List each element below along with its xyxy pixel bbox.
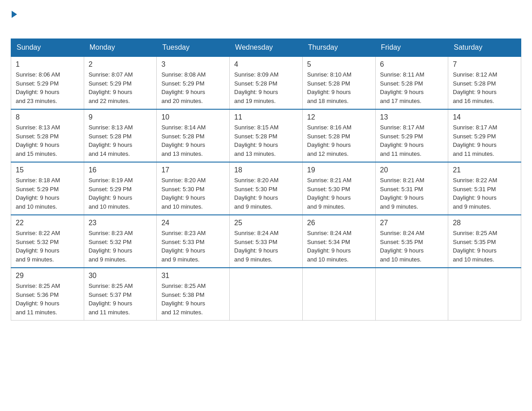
calendar-cell: 6Sunrise: 8:11 AMSunset: 5:28 PMDaylight… [375,56,448,109]
day-number: 21 [453,166,516,174]
week-row-3: 15Sunrise: 8:18 AMSunset: 5:29 PMDayligh… [11,162,521,215]
calendar-cell: 20Sunrise: 8:21 AMSunset: 5:31 PMDayligh… [375,162,448,215]
calendar-cell: 18Sunrise: 8:20 AMSunset: 5:30 PMDayligh… [230,162,303,215]
day-info: Sunrise: 8:17 AMSunset: 5:29 PMDaylight:… [453,123,516,158]
calendar-cell: 30Sunrise: 8:25 AMSunset: 5:37 PMDayligh… [84,268,157,321]
day-number: 1 [16,60,79,68]
weekday-header-thursday: Thursday [302,39,375,57]
calendar-cell: 1Sunrise: 8:06 AMSunset: 5:29 PMDaylight… [11,56,84,109]
calendar-cell [302,268,375,321]
day-info: Sunrise: 8:25 AMSunset: 5:35 PMDaylight:… [453,229,516,264]
calendar-cell: 26Sunrise: 8:24 AMSunset: 5:34 PMDayligh… [302,215,375,268]
calendar-cell: 3Sunrise: 8:08 AMSunset: 5:29 PMDaylight… [157,56,230,109]
calendar-cell: 5Sunrise: 8:10 AMSunset: 5:28 PMDaylight… [302,56,375,109]
calendar-cell: 7Sunrise: 8:12 AMSunset: 5:28 PMDaylight… [448,56,521,109]
day-info: Sunrise: 8:23 AMSunset: 5:32 PMDaylight:… [89,229,152,264]
calendar-cell: 21Sunrise: 8:22 AMSunset: 5:31 PMDayligh… [448,162,521,215]
calendar-cell: 16Sunrise: 8:19 AMSunset: 5:29 PMDayligh… [84,162,157,215]
day-info: Sunrise: 8:12 AMSunset: 5:28 PMDaylight:… [453,70,516,105]
calendar-cell: 29Sunrise: 8:25 AMSunset: 5:36 PMDayligh… [11,268,84,321]
weekday-header-friday: Friday [375,39,448,57]
day-info: Sunrise: 8:06 AMSunset: 5:29 PMDaylight:… [16,70,79,105]
day-info: Sunrise: 8:20 AMSunset: 5:30 PMDaylight:… [161,176,225,211]
logo-arrow-icon [12,11,17,18]
day-info: Sunrise: 8:19 AMSunset: 5:29 PMDaylight:… [89,176,152,211]
day-info: Sunrise: 8:10 AMSunset: 5:28 PMDaylight:… [307,70,371,105]
day-number: 2 [89,60,152,68]
calendar-table: SundayMondayTuesdayWednesdayThursdayFrid… [11,39,521,321]
calendar-cell: 9Sunrise: 8:13 AMSunset: 5:28 PMDaylight… [84,109,157,162]
day-number: 17 [161,166,225,174]
calendar-cell: 10Sunrise: 8:14 AMSunset: 5:28 PMDayligh… [157,109,230,162]
day-number: 23 [89,219,152,227]
day-info: Sunrise: 8:11 AMSunset: 5:28 PMDaylight:… [380,70,444,105]
day-number: 7 [453,60,516,68]
day-number: 20 [380,166,444,174]
day-number: 4 [234,60,298,68]
day-info: Sunrise: 8:20 AMSunset: 5:30 PMDaylight:… [234,176,298,211]
day-info: Sunrise: 8:14 AMSunset: 5:28 PMDaylight:… [161,123,225,158]
weekday-header-wednesday: Wednesday [230,39,303,57]
day-number: 13 [380,113,444,121]
calendar-cell: 23Sunrise: 8:23 AMSunset: 5:32 PMDayligh… [84,215,157,268]
calendar-cell [448,268,521,321]
day-info: Sunrise: 8:25 AMSunset: 5:37 PMDaylight:… [89,282,152,317]
day-number: 15 [16,166,79,174]
calendar-cell: 24Sunrise: 8:23 AMSunset: 5:33 PMDayligh… [157,215,230,268]
calendar-cell: 14Sunrise: 8:17 AMSunset: 5:29 PMDayligh… [448,109,521,162]
calendar-cell: 28Sunrise: 8:25 AMSunset: 5:35 PMDayligh… [448,215,521,268]
calendar-cell: 22Sunrise: 8:22 AMSunset: 5:32 PMDayligh… [11,215,84,268]
week-row-2: 8Sunrise: 8:13 AMSunset: 5:28 PMDaylight… [11,109,521,162]
day-number: 18 [234,166,298,174]
day-number: 10 [161,113,225,121]
day-number: 5 [307,60,371,68]
day-info: Sunrise: 8:07 AMSunset: 5:29 PMDaylight:… [89,70,152,105]
day-info: Sunrise: 8:15 AMSunset: 5:28 PMDaylight:… [234,123,298,158]
weekday-header-saturday: Saturday [448,39,521,57]
weekday-header-tuesday: Tuesday [157,39,230,57]
calendar-cell: 15Sunrise: 8:18 AMSunset: 5:29 PMDayligh… [11,162,84,215]
day-number: 28 [453,219,516,227]
page-header [11,11,521,30]
calendar-cell: 17Sunrise: 8:20 AMSunset: 5:30 PMDayligh… [157,162,230,215]
weekday-header-row: SundayMondayTuesdayWednesdayThursdayFrid… [11,39,521,57]
day-number: 26 [307,219,371,227]
calendar-cell: 13Sunrise: 8:17 AMSunset: 5:29 PMDayligh… [375,109,448,162]
day-number: 16 [89,166,152,174]
day-number: 31 [161,272,225,280]
weekday-header-monday: Monday [84,39,157,57]
day-info: Sunrise: 8:25 AMSunset: 5:36 PMDaylight:… [16,282,79,317]
day-info: Sunrise: 8:13 AMSunset: 5:28 PMDaylight:… [89,123,152,158]
day-info: Sunrise: 8:21 AMSunset: 5:31 PMDaylight:… [380,176,444,211]
day-info: Sunrise: 8:21 AMSunset: 5:30 PMDaylight:… [307,176,371,211]
week-row-5: 29Sunrise: 8:25 AMSunset: 5:36 PMDayligh… [11,268,521,321]
week-row-4: 22Sunrise: 8:22 AMSunset: 5:32 PMDayligh… [11,215,521,268]
day-info: Sunrise: 8:18 AMSunset: 5:29 PMDaylight:… [16,176,79,211]
day-number: 6 [380,60,444,68]
calendar-cell: 11Sunrise: 8:15 AMSunset: 5:28 PMDayligh… [230,109,303,162]
day-info: Sunrise: 8:23 AMSunset: 5:33 PMDaylight:… [161,229,225,264]
day-number: 11 [234,113,298,121]
calendar-cell: 27Sunrise: 8:24 AMSunset: 5:35 PMDayligh… [375,215,448,268]
day-number: 27 [380,219,444,227]
calendar-cell [230,268,303,321]
day-number: 14 [453,113,516,121]
day-number: 30 [89,272,152,280]
day-number: 24 [161,219,225,227]
calendar-cell: 4Sunrise: 8:09 AMSunset: 5:28 PMDaylight… [230,56,303,109]
day-info: Sunrise: 8:25 AMSunset: 5:38 PMDaylight:… [161,282,225,317]
logo [11,11,18,30]
day-info: Sunrise: 8:17 AMSunset: 5:29 PMDaylight:… [380,123,444,158]
calendar-cell [375,268,448,321]
day-number: 29 [16,272,79,280]
calendar-cell: 2Sunrise: 8:07 AMSunset: 5:29 PMDaylight… [84,56,157,109]
day-number: 25 [234,219,298,227]
day-number: 3 [161,60,225,68]
day-info: Sunrise: 8:24 AMSunset: 5:33 PMDaylight:… [234,229,298,264]
day-number: 12 [307,113,371,121]
day-info: Sunrise: 8:16 AMSunset: 5:28 PMDaylight:… [307,123,371,158]
calendar-cell: 25Sunrise: 8:24 AMSunset: 5:33 PMDayligh… [230,215,303,268]
day-info: Sunrise: 8:24 AMSunset: 5:35 PMDaylight:… [380,229,444,264]
day-number: 22 [16,219,79,227]
day-info: Sunrise: 8:08 AMSunset: 5:29 PMDaylight:… [161,70,225,105]
